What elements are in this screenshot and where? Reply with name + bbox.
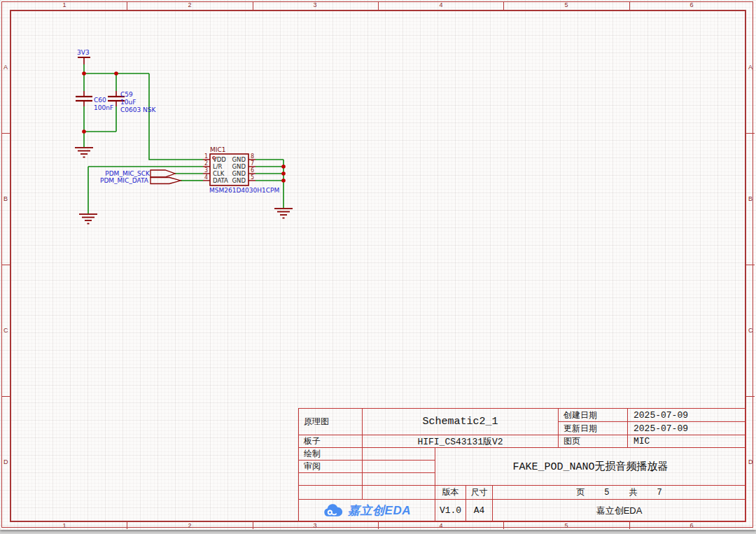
pin-number: 6 bbox=[251, 167, 254, 174]
netport-label[interactable]: PDM_MIC_DATA bbox=[100, 177, 149, 184]
gnd-symbol[interactable] bbox=[79, 214, 97, 224]
titleblock-drawn-label: 绘制 bbox=[298, 447, 363, 461]
titleblock-updated-label: 更新日期 bbox=[558, 421, 628, 435]
titleblock-page-info: 页 5 共 7 bbox=[492, 485, 746, 500]
titleblock-created-label: 创建日期 bbox=[558, 408, 628, 422]
pin-name: CLK bbox=[213, 170, 225, 177]
junction-dot bbox=[281, 164, 286, 169]
mic-symbol[interactable]: MIC1 MSM261D4030H1CPM 1 2 3 4 VDD L/R CL… bbox=[203, 146, 279, 194]
cap-value[interactable]: 100nF bbox=[94, 104, 113, 111]
zone-label: 2 bbox=[188, 522, 191, 529]
jlceda-logo-text: 嘉立创EDA bbox=[348, 503, 411, 519]
titleblock-size-value: A4 bbox=[465, 499, 493, 522]
schematic-canvas: 1 2 3 4 5 6 1 2 3 4 5 6 A B C D A B C D bbox=[0, 0, 756, 534]
zone-label: 4 bbox=[439, 522, 442, 529]
titleblock-reviewed-value bbox=[362, 460, 435, 473]
pin-number: 5 bbox=[251, 174, 254, 181]
titleblock-company: 嘉立创EDA bbox=[492, 499, 746, 522]
titleblock-schematic-name: Schematic2_1 bbox=[362, 408, 559, 435]
titleblock-version-label: 版本 bbox=[435, 485, 466, 500]
pin-number: 4 bbox=[204, 174, 208, 181]
of-label: 共 bbox=[629, 486, 638, 498]
pin-number: 3 bbox=[204, 167, 208, 174]
pin-number: 1 bbox=[204, 153, 208, 160]
zone-label: 3 bbox=[313, 522, 316, 529]
titleblock-logo-cell: 嘉立创EDA bbox=[298, 499, 435, 522]
titleblock-drawn-value bbox=[362, 447, 435, 461]
titleblock-sheet-name: MIC bbox=[627, 435, 746, 448]
junction-dots bbox=[82, 71, 286, 183]
pin-name: GND bbox=[232, 170, 246, 177]
gnd-symbol[interactable] bbox=[75, 148, 93, 157]
titleblock-empty-cell bbox=[298, 472, 363, 486]
cap-ref[interactable]: C59 bbox=[120, 91, 133, 98]
junction-dot bbox=[281, 178, 286, 183]
zone-tick bbox=[253, 521, 253, 529]
schematic-sheet[interactable]: 1 2 3 4 5 6 1 2 3 4 5 6 A B C D A B C D bbox=[0, 0, 756, 530]
titleblock-size-label: 尺寸 bbox=[465, 485, 493, 500]
zone-label: 5 bbox=[564, 522, 568, 529]
titleblock-empty-cell bbox=[362, 485, 435, 500]
title-block: 原理图 Schematic2_1 创建日期 2025-07-09 更新日期 20… bbox=[298, 408, 746, 522]
cap-value[interactable]: 10uF bbox=[120, 99, 136, 106]
pin-number: 2 bbox=[204, 160, 208, 167]
junction-dot bbox=[82, 71, 86, 76]
pin-name: GND bbox=[232, 156, 246, 163]
netport-label[interactable]: PDM_MIC_SCK bbox=[105, 170, 150, 177]
netport-pdm-mic-data[interactable]: PDM_MIC_DATA bbox=[100, 177, 181, 184]
zone-label: 6 bbox=[690, 522, 693, 529]
capacitor-c60[interactable]: C60 100nF bbox=[76, 91, 113, 111]
netport-pdm-mic-sck[interactable]: PDM_MIC_SCK bbox=[105, 170, 175, 177]
titleblock-sheet-label: 图页 bbox=[558, 435, 628, 448]
titleblock-reviewed-label: 审阅 bbox=[298, 460, 363, 473]
junction-dot bbox=[82, 129, 86, 134]
zone-label: D bbox=[4, 458, 8, 465]
pin-number: 7 bbox=[251, 160, 254, 167]
junction-dot bbox=[114, 71, 118, 76]
titleblock-board-label: 板子 bbox=[298, 435, 363, 448]
page-label: 页 bbox=[576, 486, 584, 498]
zone-label: 1 bbox=[62, 522, 66, 529]
gnd-symbol[interactable] bbox=[274, 209, 293, 218]
zone-tick bbox=[127, 521, 127, 529]
pin-name: GND bbox=[232, 177, 246, 184]
titleblock-version-value: V1.0 bbox=[435, 499, 466, 522]
pin-number: 8 bbox=[251, 153, 254, 160]
cap-package[interactable]: C0603 NSK bbox=[120, 106, 156, 113]
titleblock-empty-cell bbox=[362, 472, 435, 486]
titleblock-project-title: FAKE_POD_NANO无损音频播放器 bbox=[435, 447, 746, 486]
pin-name: GND bbox=[232, 163, 246, 170]
schematic-drawing: 3V3 C60 100nF C59 10uF C0603 NSK bbox=[0, 0, 756, 406]
mic-ref[interactable]: MIC1 bbox=[210, 146, 225, 153]
power-flag-3v3[interactable]: 3V3 bbox=[77, 49, 90, 64]
titleblock-empty-cell bbox=[298, 485, 363, 500]
power-net-label[interactable]: 3V3 bbox=[77, 49, 90, 56]
titleblock-board-name: HIFI_CS43131版V2 bbox=[362, 435, 559, 448]
page-total: 7 bbox=[657, 488, 662, 498]
junction-dot bbox=[281, 171, 286, 176]
titleblock-updated-date: 2025-07-09 bbox=[627, 421, 746, 435]
wire[interactable] bbox=[149, 73, 203, 160]
titleblock-created-date: 2025-07-09 bbox=[627, 408, 746, 422]
pin-name: DATA bbox=[213, 177, 228, 184]
titleblock-schematic-label: 原理图 bbox=[298, 408, 363, 435]
pin-name: L/R bbox=[213, 163, 223, 170]
mic-part-number[interactable]: MSM261D4030H1CPM bbox=[209, 187, 279, 194]
jlceda-cloud-logo-icon bbox=[323, 504, 344, 518]
zone-label: D bbox=[748, 458, 753, 465]
pin-name: VDD bbox=[213, 156, 226, 163]
cap-ref[interactable]: C60 bbox=[94, 97, 106, 104]
page-number: 5 bbox=[604, 488, 609, 498]
